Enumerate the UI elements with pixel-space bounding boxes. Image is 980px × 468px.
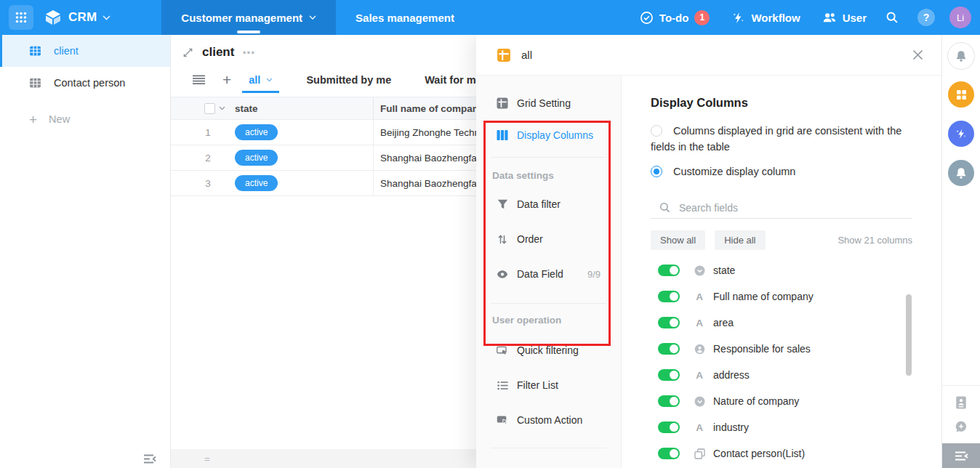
field-toggle-on[interactable] [658, 265, 680, 276]
radio-unselected-icon[interactable] [651, 125, 662, 137]
list-menu-icon[interactable] [193, 75, 205, 85]
bulk-toggle-row: Show all Hide all Show 21 columns [651, 230, 912, 250]
text-field-icon: A [694, 291, 705, 302]
field-label: industry [713, 421, 749, 433]
search-icon [659, 202, 670, 213]
menu-divider [491, 157, 606, 158]
menu-item-data-filter[interactable]: Data filter [476, 187, 621, 222]
more-options-icon[interactable]: ⋯ [242, 45, 255, 60]
module-tabs: Customer management Sales management [161, 0, 474, 35]
select-field-icon [694, 396, 705, 407]
field-toggle-on[interactable] [658, 448, 680, 459]
field-label: Responsible for sales [713, 343, 811, 355]
sidebar-item-label: client [54, 45, 79, 57]
top-navbar: CRM Customer management Sales management [0, 0, 980, 35]
right-icon-strip [941, 35, 980, 468]
grid-settings-panel: all Grid Setting Display Columns Data se… [476, 35, 941, 468]
sidebar-item[interactable]: client [0, 35, 170, 67]
sidebar: client Contact person + New [0, 35, 171, 468]
sort-arrows-icon [497, 234, 508, 245]
menu-item-filter-list[interactable]: Filter List [476, 368, 621, 403]
search-fields-input[interactable] [679, 202, 912, 214]
status-badge: active [235, 150, 278, 166]
content-heading: Display Columns [651, 96, 912, 110]
module-tab-label: Sales management [356, 12, 454, 24]
eye-icon [497, 270, 508, 279]
menu-item-quick-filtering[interactable]: Quick filtering [476, 333, 621, 368]
menu-item-display-columns[interactable]: Display Columns [476, 119, 621, 151]
module-tab[interactable]: Customer management [161, 0, 336, 35]
view-tab[interactable]: all [249, 67, 273, 93]
chat-add-icon[interactable] [955, 420, 968, 434]
grid-plus-icon [497, 97, 508, 109]
sidebar-item[interactable]: Contact person [0, 67, 170, 99]
chevron-down-icon [309, 15, 316, 20]
avatar[interactable]: Li [949, 7, 971, 28]
row-number: 2 [201, 153, 214, 164]
search-icon[interactable] [885, 11, 899, 24]
radio-option-consistent[interactable]: Columns displayed in grid are consistent… [651, 123, 928, 155]
apps-grid-icon[interactable] [948, 81, 974, 108]
radio-option-customize[interactable]: Customize display column [651, 164, 928, 179]
column-header-state[interactable]: state [235, 103, 258, 114]
field-toggle-on[interactable] [658, 395, 680, 407]
flash-icon [731, 11, 745, 25]
menu-item-label: Data filter [517, 198, 561, 210]
app-brand[interactable]: CRM [44, 9, 111, 26]
todo-button[interactable]: To-do 1 [640, 10, 710, 25]
view-tab[interactable]: Submitted by me [306, 67, 391, 93]
section-label-data-settings: Data settings [476, 168, 621, 182]
field-label: address [713, 369, 750, 381]
new-table-button[interactable]: + New [0, 106, 170, 132]
field-toggle-on[interactable] [658, 421, 680, 433]
select-field-icon [694, 265, 705, 276]
navbar-left: CRM [0, 0, 111, 35]
sidebar-item-label: Contact person [54, 77, 125, 89]
radio-selected-icon[interactable] [651, 166, 662, 177]
display-columns-panel: Display Columns Columns displayed in gri… [622, 76, 941, 468]
sidebar-collapse-icon[interactable] [143, 453, 156, 464]
text-field-icon: A [694, 422, 705, 433]
close-icon[interactable] [912, 49, 923, 60]
panel-body: Grid Setting Display Columns Data settin… [476, 76, 941, 468]
menu-divider [491, 448, 606, 448]
panel-title: all [521, 49, 532, 61]
module-tab-label: Customer management [181, 12, 302, 24]
workflow-button[interactable]: Workflow [731, 11, 800, 25]
logo-cube-icon [44, 9, 63, 26]
apps-grid-icon[interactable] [9, 5, 33, 30]
menu-item-custom-action[interactable]: Custom Action [476, 403, 621, 437]
menu-item-label: Grid Setting [517, 97, 571, 109]
menu-item-count: 9/9 [587, 269, 601, 280]
scrollbar-thumb[interactable] [906, 294, 912, 376]
add-view-icon[interactable]: + [222, 71, 231, 89]
relation-field-icon [694, 448, 705, 459]
person-field-icon [694, 344, 705, 355]
bell-outline-icon[interactable] [947, 42, 975, 70]
menu-collapse-icon[interactable] [942, 443, 980, 468]
grid-plus-icon [497, 48, 511, 62]
field-toggle-on[interactable] [658, 291, 680, 302]
columns-count-text: Show 21 columns [838, 235, 912, 246]
custom-action-icon [497, 415, 508, 425]
contact-card-icon[interactable] [955, 395, 968, 410]
hide-all-button[interactable]: Hide all [715, 230, 765, 250]
field-row: Contact person(List) [651, 440, 912, 467]
field-toggle-on[interactable] [658, 343, 680, 355]
select-all-checkbox[interactable] [204, 103, 215, 114]
help-icon[interactable]: ? [917, 9, 935, 26]
show-all-button[interactable]: Show all [651, 230, 705, 250]
field-toggle-on[interactable] [658, 369, 680, 381]
field-toggle-on[interactable] [658, 317, 680, 328]
flash-sparkle-icon[interactable] [948, 121, 974, 147]
text-field-icon: A [694, 318, 705, 328]
new-label: New [49, 113, 70, 125]
menu-item-order[interactable]: Order [476, 222, 621, 257]
expand-icon[interactable] [182, 47, 193, 58]
bell-icon[interactable] [948, 160, 974, 186]
menu-item-grid-setting[interactable]: Grid Setting [476, 87, 621, 119]
menu-item-data-field[interactable]: Data Field 9/9 [476, 257, 621, 291]
chevron-down-icon[interactable] [219, 106, 225, 110]
module-tab[interactable]: Sales management [336, 0, 474, 35]
user-button[interactable]: User [822, 12, 867, 24]
